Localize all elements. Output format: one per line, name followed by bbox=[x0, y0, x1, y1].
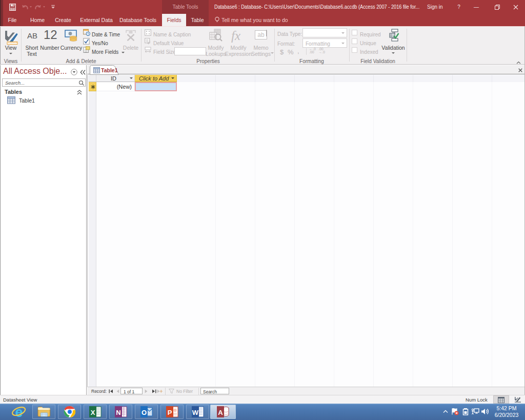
svg-text:X: X bbox=[91, 409, 95, 416]
svg-text:N: N bbox=[116, 409, 120, 416]
svg-text:P: P bbox=[168, 409, 172, 416]
svg-text:O: O bbox=[142, 409, 147, 416]
svg-text:A: A bbox=[218, 409, 223, 416]
svg-text:W: W bbox=[192, 409, 199, 416]
